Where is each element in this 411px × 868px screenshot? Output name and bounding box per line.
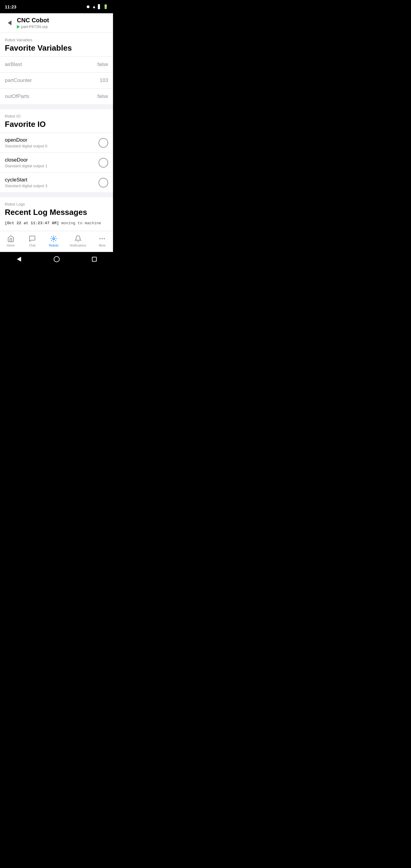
io-toggle-cyclestart[interactable] bbox=[98, 178, 108, 187]
io-toggle-opendoor[interactable] bbox=[98, 138, 108, 148]
sys-recent-icon bbox=[92, 257, 97, 261]
variable-row-outofparts[interactable]: outOfParts false bbox=[0, 88, 113, 104]
robot-io-header: Robot IO Favorite IO bbox=[0, 109, 113, 133]
io-name-opendoor: openDoor bbox=[5, 137, 47, 143]
back-button[interactable] bbox=[5, 18, 14, 28]
io-info-closedoor: closeDoor Standard digital output 1 bbox=[5, 157, 47, 168]
robot-variables-title: Favorite Variables bbox=[5, 43, 108, 53]
log-entry-0: [Oct 22 at 11:23:47 AM] moving to machin… bbox=[5, 221, 108, 226]
robot-logs-title: Recent Log Messages bbox=[5, 208, 108, 217]
back-arrow-icon bbox=[8, 21, 11, 25]
header-title-area: CNC Cobot part-F671N.urp bbox=[17, 17, 49, 29]
nav-item-robots[interactable]: Robots bbox=[44, 234, 63, 248]
variable-name-partcounter: partCounter bbox=[5, 78, 32, 84]
nav-item-more[interactable]: More bbox=[93, 234, 111, 248]
svg-point-3 bbox=[104, 238, 105, 239]
robot-variables-header: Robot Variables Favorite Variables bbox=[0, 33, 113, 56]
system-nav-bar bbox=[0, 252, 113, 267]
wifi-icon: ▲ bbox=[92, 4, 96, 9]
log-message-0: moving to machine bbox=[61, 221, 101, 225]
main-content: Robot Variables Favorite Variables airBl… bbox=[0, 33, 113, 231]
svg-point-2 bbox=[101, 238, 103, 239]
svg-point-0 bbox=[53, 238, 55, 240]
variable-value-airblast: false bbox=[97, 61, 108, 67]
nav-item-chat[interactable]: Chat bbox=[23, 234, 41, 248]
variable-row-partcounter[interactable]: partCounter 103 bbox=[0, 72, 113, 88]
nav-item-home[interactable]: Home bbox=[2, 234, 20, 248]
io-desc-opendoor: Standard digital output 0 bbox=[5, 144, 47, 148]
record-icon: ⏺ bbox=[86, 4, 90, 9]
battery-icon: 🔋 bbox=[103, 4, 108, 9]
io-info-cyclestart: cycleStart Standard digital output 3 bbox=[5, 177, 47, 188]
io-desc-cyclestart: Standard digital output 3 bbox=[5, 184, 47, 188]
subtitle-filename: part-F671N.urp bbox=[21, 24, 48, 29]
variable-name-airblast: airBlast bbox=[5, 61, 22, 67]
nav-label-chat: Chat bbox=[29, 244, 35, 247]
svg-point-1 bbox=[99, 238, 101, 239]
play-icon bbox=[17, 25, 20, 29]
robot-io-category: Robot IO bbox=[5, 114, 108, 119]
variable-value-outofparts: false bbox=[97, 93, 108, 99]
nav-item-notifications[interactable]: Notifications bbox=[66, 234, 90, 248]
page-title: CNC Cobot bbox=[17, 17, 49, 24]
io-row-cyclestart[interactable]: cycleStart Standard digital output 3 bbox=[0, 173, 113, 192]
io-desc-closedoor: Standard digital output 1 bbox=[5, 164, 47, 168]
io-info-opendoor: openDoor Standard digital output 0 bbox=[5, 137, 47, 148]
home-icon bbox=[7, 235, 15, 243]
robot-variables-section: Robot Variables Favorite Variables airBl… bbox=[0, 33, 113, 104]
status-icons: ⏺ ▲ ▋ 🔋 bbox=[86, 4, 108, 9]
robot-variables-category: Robot Variables bbox=[5, 38, 108, 42]
sys-recent-button[interactable] bbox=[91, 255, 98, 263]
bottom-nav: Home Chat Robots Notifications bbox=[0, 231, 113, 252]
variable-value-partcounter: 103 bbox=[100, 78, 108, 84]
nav-label-home: Home bbox=[7, 244, 15, 247]
robot-io-section: Robot IO Favorite IO openDoor Standard d… bbox=[0, 109, 113, 192]
chat-icon bbox=[28, 235, 36, 243]
io-name-closedoor: closeDoor bbox=[5, 157, 47, 163]
nav-label-more: More bbox=[99, 244, 106, 247]
status-bar: 11:23 ⏺ ▲ ▋ 🔋 bbox=[0, 0, 113, 13]
header-subtitle: part-F671N.urp bbox=[17, 24, 49, 29]
status-time: 11:23 bbox=[5, 4, 16, 9]
io-name-cyclestart: cycleStart bbox=[5, 177, 47, 183]
notifications-icon bbox=[74, 235, 82, 243]
robot-io-title: Favorite IO bbox=[5, 120, 108, 129]
sys-home-button[interactable] bbox=[53, 255, 60, 263]
nav-label-notifications: Notifications bbox=[70, 244, 86, 247]
sys-home-icon bbox=[54, 256, 60, 262]
robot-logs-section: Robot Logs Recent Log Messages [Oct 22 a… bbox=[0, 197, 113, 231]
robot-logs-category: Robot Logs bbox=[5, 202, 108, 207]
robots-icon bbox=[50, 235, 58, 243]
io-row-opendoor[interactable]: openDoor Standard digital output 0 bbox=[0, 133, 113, 153]
nav-label-robots: Robots bbox=[49, 244, 59, 247]
log-timestamp-0: [Oct 22 at 11:23:47 AM] bbox=[5, 221, 59, 225]
io-row-closedoor[interactable]: closeDoor Standard digital output 1 bbox=[0, 153, 113, 173]
sys-back-icon bbox=[17, 257, 21, 261]
variable-name-outofparts: outOfParts bbox=[5, 93, 29, 99]
more-icon bbox=[98, 235, 106, 243]
sys-back-button[interactable] bbox=[15, 255, 23, 263]
variable-row-airblast[interactable]: airBlast false bbox=[0, 56, 113, 72]
app-header: CNC Cobot part-F671N.urp bbox=[0, 13, 113, 33]
signal-icon: ▋ bbox=[98, 4, 101, 9]
io-toggle-closedoor[interactable] bbox=[98, 158, 108, 167]
